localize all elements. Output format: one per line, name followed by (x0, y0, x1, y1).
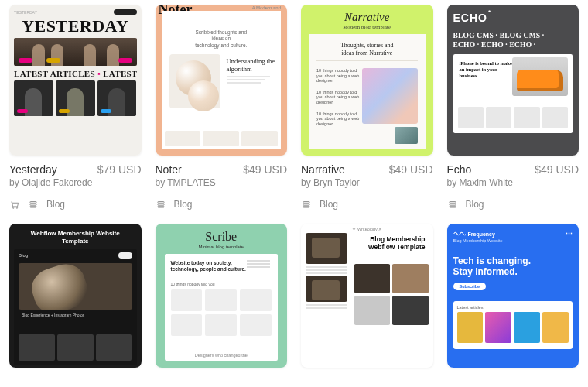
template-thumbnail[interactable]: Frequency ⋯ Blog Membership Website Tech… (447, 224, 579, 368)
cms-icon (28, 199, 39, 210)
template-title[interactable]: Echo (447, 163, 472, 176)
template-card-yesterday[interactable]: YESTERDAY YESTERDAY LATEST ARTICLES • LA… (9, 5, 142, 210)
svg-rect-13 (449, 206, 455, 207)
template-thumbnail[interactable]: Narrative Modern blog template Thoughts,… (301, 5, 433, 156)
template-author[interactable]: by Bryn Taylor (301, 177, 433, 188)
category-tag[interactable]: Blog (46, 199, 65, 210)
svg-rect-12 (449, 204, 455, 205)
template-thumbnail[interactable]: ✦ Writeology X Blog MembershipWebflow Te… (301, 224, 433, 368)
template-title[interactable]: Yesterday (9, 163, 57, 176)
thumb-heading: Scribe (165, 230, 279, 244)
template-price: $49 USD (243, 163, 287, 176)
cms-icon (301, 199, 312, 210)
template-card-echo[interactable]: ECHO• BLOG CMS · BLOG CMS ·ECHO · ECHO ·… (447, 5, 579, 210)
svg-rect-4 (30, 206, 36, 207)
template-author[interactable]: by TMPLATES (156, 177, 288, 188)
template-thumbnail[interactable]: Noter A Modern andSimple Blog Scribbled … (156, 5, 288, 156)
category-tag[interactable]: Blog (320, 199, 338, 210)
svg-rect-11 (449, 202, 455, 204)
frequency-logo-icon (453, 231, 466, 237)
template-thumbnail[interactable]: Webflow Membership WebsiteTemplate Blog … (9, 224, 142, 368)
template-card-membership[interactable]: Webflow Membership WebsiteTemplate Blog … (9, 224, 142, 368)
svg-rect-5 (157, 202, 163, 204)
thumb-heading: Blog MembershipWebflow Template (368, 236, 426, 252)
template-thumbnail[interactable]: YESTERDAY YESTERDAY LATEST ARTICLES • LA… (9, 5, 142, 156)
svg-rect-2 (30, 202, 36, 204)
template-card-noter[interactable]: Noter A Modern andSimple Blog Scribbled … (156, 5, 288, 210)
thumb-subtitle: Blog Membership Website (453, 238, 573, 243)
thumb-strip: LATEST ARTICLES • LATEST ARTICL (14, 69, 137, 78)
template-card-scribe[interactable]: Scribe Minimal blog template Website tod… (156, 224, 288, 368)
cms-icon (156, 199, 166, 210)
template-author[interactable]: by Olajide Fakorede (9, 177, 142, 188)
template-price: $49 USD (535, 163, 579, 176)
thumb-caption: Scribbled thoughts and ideas ontechnolog… (191, 29, 251, 49)
category-tag[interactable]: Blog (174, 199, 193, 210)
svg-rect-7 (157, 206, 163, 207)
thumb-headline: YESTERDAY (14, 16, 137, 36)
template-card-frequency[interactable]: Frequency ⋯ Blog Membership Website Tech… (447, 224, 579, 368)
svg-point-0 (13, 207, 14, 208)
template-price: $79 USD (97, 163, 142, 176)
thumb-logo: ECHO• (453, 11, 573, 24)
template-thumbnail[interactable]: ECHO• BLOG CMS · BLOG CMS ·ECHO · ECHO ·… (447, 5, 579, 156)
template-author[interactable]: by Maxim White (447, 177, 579, 188)
thumb-list-item: 10 things nobody told you about being a … (316, 68, 364, 84)
thumb-subscribe-button: Subscribe (453, 283, 487, 290)
template-title[interactable]: Narrative (301, 163, 345, 176)
template-price: $49 USD (389, 163, 433, 176)
category-tag[interactable]: Blog (466, 199, 484, 210)
thumb-heading: Webflow Membership WebsiteTemplate (14, 230, 137, 245)
thumb-top-label: ✦ Writeology X (301, 227, 433, 231)
template-card-writeology[interactable]: ✦ Writeology X Blog MembershipWebflow Te… (301, 224, 433, 368)
thumb-hero-text: Thoughts, stories andideas from Narrativ… (340, 42, 394, 57)
thumb-subtitle: Modern blog template (309, 24, 426, 29)
svg-rect-9 (303, 204, 309, 205)
cms-icon (447, 199, 458, 210)
svg-point-1 (16, 207, 17, 208)
thumb-title: Narrative (309, 11, 426, 24)
svg-rect-3 (30, 204, 36, 205)
thumb-subtitle: Minimal blog template (165, 245, 279, 249)
ecommerce-icon (9, 199, 20, 210)
thumb-article-title: Understanding thealgorithm (227, 57, 275, 84)
template-thumbnail[interactable]: Scribe Minimal blog template Website tod… (156, 224, 288, 368)
template-title[interactable]: Noter (156, 163, 182, 176)
svg-rect-6 (157, 204, 163, 205)
thumb-panel-text: iPhone is bound to make an impact in you… (460, 60, 514, 78)
template-card-narrative[interactable]: Narrative Modern blog template Thoughts,… (301, 5, 433, 210)
thumb-ticker: BLOG CMS · BLOG CMS ·ECHO · ECHO · ECHO … (453, 32, 573, 50)
svg-rect-8 (303, 202, 309, 204)
thumb-brand: Frequency (468, 231, 495, 237)
svg-rect-10 (303, 206, 309, 207)
thumb-hero-text: Tech is changing.Stay informed. (453, 255, 573, 278)
